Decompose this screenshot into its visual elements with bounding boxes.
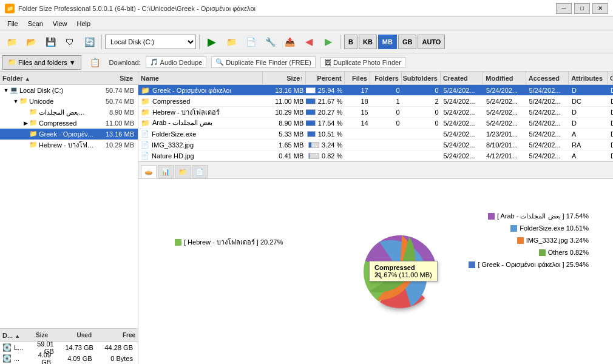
drive-panel: D... ▲ Size Used Free 💽 L... 59.01 GB 14… (0, 328, 138, 364)
col-header-percent[interactable]: Percent (306, 72, 345, 84)
table-row[interactable]: 📁Arab - بعض المجلدات 8.90 MB 17.54 % 14 … (138, 118, 613, 129)
col-header-subfolders[interactable]: Subfolders (402, 72, 441, 84)
unit-b-button[interactable]: B (344, 35, 357, 49)
tree-arrow[interactable]: ▼ (12, 98, 19, 105)
scan-folder-button[interactable]: 📁 (222, 33, 240, 51)
forward-button[interactable]: ▶ (319, 33, 337, 51)
tree-row[interactable]: ▼ 💻 Local Disk (C:) 50.74 MB (0, 85, 138, 96)
tree-icon: 📁 (29, 141, 38, 149)
col-header-attributes[interactable]: Attributes (569, 72, 608, 84)
file-percent: 3.24 % (306, 141, 345, 149)
chart-area: [ Hebrew - บางโฟลเดอร์ ] 20.27% [ Arab -… (138, 179, 613, 364)
tree-row[interactable]: 📁 بعض المجلدات... 8.90 MB (0, 107, 138, 118)
shield-button[interactable]: 🛡 (61, 33, 79, 51)
file-files: 18 (345, 98, 371, 105)
new-scan-button[interactable]: 📁 (2, 33, 21, 51)
table-row[interactable]: 📄IMG_3332.jpg 1.65 MB 3.24 % 5/24/202...… (138, 140, 613, 150)
file-owner: DESKTO... (608, 98, 613, 105)
save-button[interactable]: 💾 (41, 33, 59, 51)
tree-arrow[interactable]: ▼ (2, 87, 10, 94)
tree-size-header[interactable]: Size (93, 75, 135, 82)
table-row[interactable]: 📁Greek - Ορισμένοι φάκελοι 13.16 MB 25.9… (138, 85, 613, 96)
folder-icon: 📁 (141, 119, 150, 127)
file-modified: 4/12/201... (484, 152, 527, 160)
table-row[interactable]: 📁Compressed 11.00 MB 21.67 % 18 1 2 5/24… (138, 96, 613, 107)
drive-used-header[interactable]: Used (50, 332, 92, 339)
tree-arrow[interactable] (22, 141, 29, 149)
drive-row[interactable]: 💽 L... 59.01 GB 14.73 GB 44.28 GB (0, 342, 138, 353)
drive-d-header[interactable]: D... ▲ (2, 332, 20, 339)
table-row[interactable]: 📄Nature HD.jpg 0.41 MB 0.82 % 5/24/202..… (138, 150, 613, 161)
close-button[interactable]: ✕ (592, 3, 608, 14)
bottom-panel: 🥧 📊 📁 📄 (138, 162, 613, 364)
toolbar-sep3 (340, 35, 341, 49)
col-header-accessed[interactable]: Accessed (526, 72, 569, 84)
percent-bar-fill (306, 99, 315, 104)
tree-size: 8.90 MB (95, 109, 137, 116)
open-button[interactable]: 📂 (22, 33, 40, 51)
unit-gb-button[interactable]: GB (398, 35, 417, 49)
chart-tab-folder[interactable]: 📁 (175, 165, 191, 178)
col-header-modified[interactable]: Modified (483, 72, 526, 84)
tree-content: ▼ 💻 Local Disk (C:) 50.74 MB ▼ 📁 Unicode… (0, 85, 138, 328)
tree-size: 50.74 MB (95, 98, 137, 105)
unit-mb-button[interactable]: MB (378, 35, 397, 49)
toolbar-extra-btn[interactable]: 📋 (86, 53, 104, 72)
filter-button[interactable]: 🔧 (261, 33, 279, 51)
tree-size: 13.16 MB (95, 130, 137, 138)
col-header-created[interactable]: Created (441, 72, 483, 84)
maximize-button[interactable]: □ (574, 3, 590, 14)
table-row[interactable]: 📄FolderSize.exe 5.33 MB 10.51 % 5/24/202… (138, 129, 613, 140)
tree-arrow[interactable] (22, 109, 29, 116)
scan-file-button[interactable]: 📄 (242, 33, 260, 51)
files-and-folders-button[interactable]: 📁 Files and folders ▼ (2, 55, 81, 70)
toolbar-sep1 (101, 35, 102, 49)
menu-file[interactable]: File (2, 19, 23, 29)
drive-row[interactable]: 💽 ... 4.09 GB 4.09 GB 0 Bytes (0, 353, 138, 364)
percent-bar-bg (307, 131, 316, 137)
legend-greek-color (469, 261, 475, 268)
drive-size-header[interactable]: Size (22, 332, 48, 339)
tree-arrow[interactable] (22, 130, 29, 138)
legend-arab: [ Arab - بعض المجلدات ] 17.54% (488, 212, 589, 220)
legend-others-color (539, 249, 546, 256)
play-button[interactable]: ▶ (203, 33, 221, 51)
duplicate-finder-link[interactable]: 🔍 Duplicate File Finder (FREE) (211, 56, 316, 68)
drive-free-header[interactable]: Free (94, 332, 135, 339)
audio-dedupe-link[interactable]: 🎵 Audio Dedupe (146, 56, 207, 68)
tree-row[interactable]: ▼ 📁 Unicode 50.74 MB (0, 96, 138, 107)
refresh-button[interactable]: 🔄 (80, 33, 98, 51)
tree-icon: 💻 (10, 86, 18, 95)
tree-label: Compressed (39, 120, 95, 127)
chart-tab-pie[interactable]: 🥧 (141, 165, 157, 178)
drive-selector[interactable]: Local Disk (C:) (105, 35, 196, 49)
chart-tab-file[interactable]: 📄 (192, 165, 208, 178)
tree-row[interactable]: 📁 Greek - Ορισμέν... 13.16 MB (0, 129, 138, 140)
back-button[interactable]: ◀ (300, 33, 318, 51)
col-header-name[interactable]: Name (138, 72, 263, 84)
photo-finder-link[interactable]: 🖼 Duplicate Photo Finder (320, 57, 405, 68)
col-header-folders[interactable]: Folders (370, 72, 402, 84)
tree-arrow[interactable]: ▶ (22, 120, 29, 127)
unit-auto-button[interactable]: AUTO (418, 35, 445, 49)
col-header-size[interactable]: Size ↑ (263, 72, 305, 84)
menu-help[interactable]: Help (72, 19, 95, 29)
tree-icon: 📁 (29, 119, 38, 127)
tree-row[interactable]: 📁 Hebrew - บางโฟล... 10.29 MB (0, 140, 138, 150)
percent-bar-fill (308, 132, 315, 136)
app-icon: 📁 (5, 4, 15, 13)
drive-used: 4.09 GB (53, 355, 94, 362)
col-header-owner[interactable]: Owner (608, 72, 613, 84)
col-header-files[interactable]: Files (345, 72, 371, 84)
chart-tab-bar[interactable]: 📊 (158, 165, 174, 178)
minimize-button[interactable]: ─ (556, 3, 572, 14)
tree-folder-header[interactable]: Folder ▲ (2, 75, 93, 82)
file-name: 📁Greek - Ορισμένοι φάκελοι (138, 86, 263, 95)
unit-kb-button[interactable]: KB (359, 35, 377, 49)
menu-view[interactable]: View (48, 19, 72, 29)
file-subfolders: 0 (402, 120, 441, 127)
menu-scan[interactable]: Scan (23, 19, 48, 29)
tree-row[interactable]: ▶ 📁 Compressed 11.00 MB (0, 118, 138, 129)
export-button[interactable]: 📤 (280, 33, 299, 51)
table-row[interactable]: 📁Hebrew - บางโฟลเดอร์ 10.29 MB 20.27 % 1… (138, 107, 613, 118)
